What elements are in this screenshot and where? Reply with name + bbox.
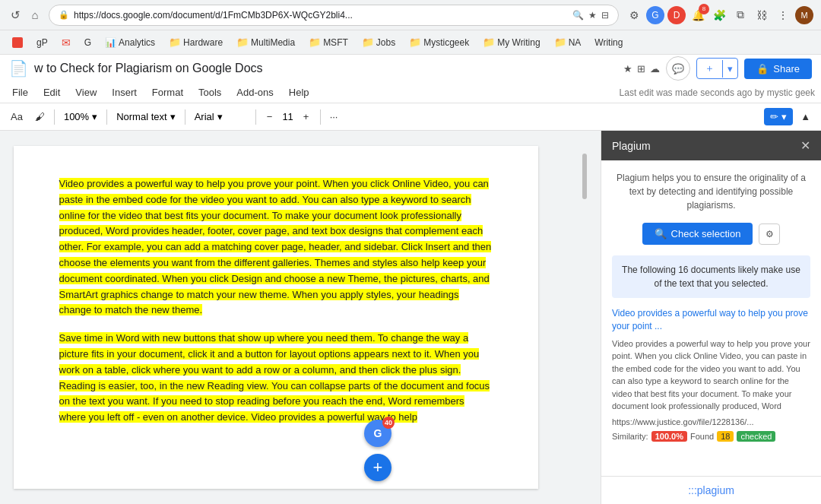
toolbar-sep1: [54, 109, 55, 125]
bookmark-star-icon[interactable]: ★: [588, 10, 597, 21]
add-btn-arrow[interactable]: ▾: [722, 60, 737, 78]
scrollbar-thumb[interactable]: [582, 154, 587, 199]
menu-file[interactable]: File: [6, 84, 34, 100]
check-selection-button[interactable]: 🔍 Check selection: [642, 223, 753, 245]
menu-help[interactable]: Help: [283, 84, 315, 100]
size-decrease-button[interactable]: −: [261, 108, 279, 126]
check-btn-label: Check selection: [671, 228, 741, 239]
vertical-scrollbar[interactable]: [582, 146, 588, 489]
result-url: https://www.justice.gov/file/1228136/...: [612, 417, 810, 426]
bookmark-hardware[interactable]: 📁 Hardware: [163, 34, 229, 50]
extensions-icon[interactable]: ⚙: [625, 6, 643, 24]
copy-icon[interactable]: ⧉: [731, 6, 750, 24]
panel-body: Plagium helps you to ensure the original…: [601, 160, 821, 476]
bookmark-na[interactable]: 📁 NA: [548, 34, 588, 50]
notifications-icon[interactable]: 🔔 8: [689, 6, 707, 24]
panel-close-button[interactable]: ✕: [800, 138, 810, 153]
save-to-drive-icon[interactable]: ⊞: [637, 63, 645, 74]
zoom-arrow-icon: ▾: [92, 111, 97, 122]
edit-mode-button[interactable]: ✏ ▾: [764, 108, 793, 125]
pencil-icon: ✏: [770, 111, 778, 122]
menu-tools[interactable]: Tools: [192, 84, 227, 100]
plagium-title: Plagium: [612, 140, 651, 152]
add-button[interactable]: ＋ ▾: [696, 58, 738, 79]
msft-label: MSFT: [323, 37, 348, 48]
bookmark-youtube[interactable]: [6, 35, 29, 50]
menu-addons[interactable]: Add-ons: [230, 84, 279, 100]
bookmark-gmail[interactable]: ✉: [55, 34, 77, 51]
star-icon[interactable]: ★: [623, 63, 632, 74]
size-increase-button[interactable]: +: [297, 108, 315, 126]
doc-page[interactable]: Video provides a powerful way to help yo…: [14, 146, 538, 489]
cloud-icon[interactable]: ☁: [650, 63, 660, 74]
style-select[interactable]: Normal text ▾: [112, 106, 179, 128]
gp-label: gP: [36, 37, 48, 48]
puzzle-icon[interactable]: 🧩: [710, 6, 728, 24]
collapse-button[interactable]: ▲: [796, 106, 815, 128]
home-icon[interactable]: ⌂: [27, 8, 43, 23]
share-button[interactable]: 🔒 Share: [744, 59, 812, 79]
user-avatar[interactable]: M: [795, 6, 813, 24]
writing-label: Writing: [594, 37, 623, 48]
lock-share-icon: 🔒: [756, 63, 769, 74]
similarity-badge: 100.0%: [651, 431, 687, 442]
info-text: The following 16 documents likely make u…: [622, 265, 800, 289]
analytics-label: Analytics: [119, 37, 155, 48]
bookmark-google[interactable]: G: [78, 35, 97, 50]
bookmark-writing[interactable]: Writing: [588, 35, 629, 50]
mywriting-label: My Writing: [497, 37, 540, 48]
doc-title[interactable]: w to Check for Plagiarism on Google Docs: [34, 62, 617, 75]
address-bar[interactable]: 🔒 https://docs.google.com/document/d/1Fm…: [49, 5, 619, 26]
toolbar-sep4: [255, 109, 256, 125]
cast-icon[interactable]: ⊟: [601, 10, 609, 21]
plus-button[interactable]: +: [364, 454, 391, 481]
refresh-icon[interactable]: ↺: [8, 8, 23, 23]
style-value: Normal text: [116, 111, 166, 122]
result-link[interactable]: Video provides a powerful way to help yo…: [612, 307, 810, 333]
font-arrow-icon: ▾: [217, 111, 223, 122]
result-text: Video provides a powerful way to help yo…: [612, 338, 810, 413]
bookmark-multimedia[interactable]: 📁 MultiMedia: [230, 34, 301, 50]
bookmark-jobs[interactable]: 📁 Jobs: [356, 34, 401, 50]
font-select[interactable]: Arial ▾: [190, 106, 251, 128]
style-arrow-icon: ▾: [170, 111, 176, 122]
connect-icon[interactable]: ⛓: [753, 6, 771, 24]
spell-check-button[interactable]: Aa: [6, 106, 27, 128]
checked-badge: checked: [737, 431, 775, 442]
jobs-label: Jobs: [376, 37, 395, 48]
menu-format[interactable]: Format: [146, 84, 189, 100]
menu-insert[interactable]: Insert: [106, 84, 143, 100]
add-btn-main[interactable]: ＋: [697, 59, 722, 78]
menu-view[interactable]: View: [69, 84, 103, 100]
doc-header: 📄 w to Check for Plagiarism on Google Do…: [0, 55, 821, 82]
browser-nav-icons: ↺ ⌂: [8, 8, 43, 23]
comment-button[interactable]: 💬: [666, 56, 690, 81]
g-chat-button[interactable]: G 40: [364, 420, 391, 447]
paint-format-button[interactable]: 🖌: [30, 106, 49, 128]
chat-float-container: G 40: [364, 420, 391, 447]
doc-title-icons: ★ ⊞ ☁: [623, 63, 660, 74]
bookmark-mywriting[interactable]: 📁 My Writing: [477, 34, 546, 50]
zoom-select[interactable]: 100% ▾: [59, 106, 102, 128]
doc-area[interactable]: Video provides a powerful way to help yo…: [0, 131, 601, 504]
more-formatting-button[interactable]: ···: [325, 106, 343, 128]
chat-badge: 40: [382, 417, 395, 429]
folder-icon6: 📁: [483, 36, 495, 48]
bookmark-msft[interactable]: 📁 MSFT: [303, 34, 354, 50]
settings-button[interactable]: ⚙: [759, 223, 780, 245]
panel-description: Plagium helps you to ensure the original…: [612, 171, 810, 212]
menu-dots-icon[interactable]: ⋮: [774, 6, 792, 24]
folder-icon: 📁: [169, 36, 181, 48]
highlighted-text-1: Video provides a powerful way to help yo…: [59, 178, 492, 315]
profile-g-icon[interactable]: G: [646, 6, 664, 24]
menu-edit[interactable]: Edit: [37, 84, 66, 100]
zoom-value: 100%: [64, 111, 89, 122]
profile-d-icon[interactable]: D: [667, 6, 686, 24]
toolbar-sep5: [320, 109, 321, 125]
check-btn-row: 🔍 Check selection ⚙: [612, 223, 810, 245]
bookmark-analytics[interactable]: 📊 Analytics: [99, 35, 161, 50]
spellcheck-icon: Aa: [11, 111, 23, 122]
bookmark-mysticgeek[interactable]: 📁 Mysticgeek: [403, 34, 475, 50]
bookmark-gp[interactable]: gP: [30, 35, 54, 50]
size-controls: − 11 +: [261, 108, 315, 126]
